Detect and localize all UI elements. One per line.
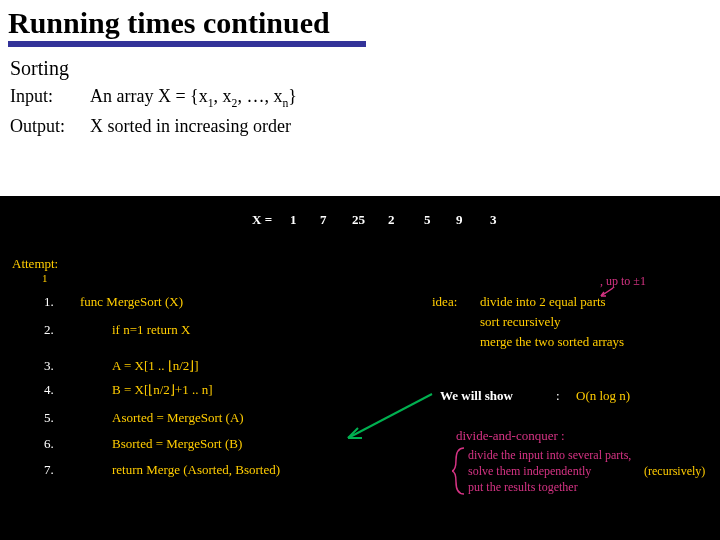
step-2: if n=1 return X	[112, 322, 190, 338]
colon: :	[556, 388, 560, 404]
step-7: return Merge (Asorted, Bsorted)	[112, 462, 280, 478]
we-will-show: We will show	[440, 388, 513, 404]
mid-1: , x	[214, 86, 232, 106]
slide-title: Running times continued	[0, 0, 720, 39]
typed-block: Sorting Input: An array X = {x1, x2, …, …	[0, 47, 720, 137]
blackboard: X = 1 7 25 2 5 9 3 Attempt: 1 1. 2. 3. 4…	[0, 196, 720, 540]
num-3: 3.	[44, 358, 54, 374]
arr-0: 1	[290, 212, 297, 228]
attempt-sub: 1	[42, 272, 48, 284]
idea-label: idea:	[432, 294, 457, 310]
mid-2: , …, x	[237, 86, 282, 106]
step-5: Asorted = MergeSort (A)	[112, 410, 244, 426]
output-row: Output: X sorted in increasing order	[10, 116, 720, 137]
num-7: 7.	[44, 462, 54, 478]
arr-1: 7	[320, 212, 327, 228]
idea-1: divide into 2 equal parts	[480, 294, 606, 310]
brace-icon	[452, 446, 470, 496]
arr-2: 25	[352, 212, 365, 228]
input-text: An array X = {x1, x2, …, xn}	[90, 86, 297, 110]
attempt-label: Attempt:	[12, 256, 58, 272]
dac-2: solve them independently	[468, 464, 591, 479]
num-2: 2.	[44, 322, 54, 338]
step-1: func MergeSort (X)	[80, 294, 183, 310]
arr-3: 2	[388, 212, 395, 228]
input-label: Input:	[10, 86, 90, 110]
num-6: 6.	[44, 436, 54, 452]
dac-1: divide the input into several parts,	[468, 448, 631, 463]
output-label: Output:	[10, 116, 90, 137]
num-1: 1.	[44, 294, 54, 310]
input-row: Input: An array X = {x1, x2, …, xn}	[10, 86, 720, 110]
num-4: 4.	[44, 382, 54, 398]
step-3: A = X[1 .. ⌊n/2⌋]	[112, 358, 199, 374]
x-equals: X =	[252, 212, 272, 228]
arr-5: 9	[456, 212, 463, 228]
arrow-green	[340, 388, 440, 448]
step-6: Bsorted = MergeSort (B)	[112, 436, 242, 452]
input-end: }	[288, 86, 297, 106]
arr-6: 3	[490, 212, 497, 228]
arr-4: 5	[424, 212, 431, 228]
big-o: O(n log n)	[576, 388, 630, 404]
section-heading: Sorting	[10, 57, 720, 80]
input-text-1: An array X = {x	[90, 86, 208, 106]
idea-3: merge the two sorted arrays	[480, 334, 624, 350]
dac-title: divide-and-conquer :	[456, 428, 565, 444]
step-4: B = X[⌊n/2⌋+1 .. n]	[112, 382, 213, 398]
output-text: X sorted in increasing order	[90, 116, 291, 137]
num-5: 5.	[44, 410, 54, 426]
dac-3: put the results together	[468, 480, 578, 495]
idea-2: sort recursively	[480, 314, 561, 330]
dac-2-tail: (recursively)	[644, 464, 705, 479]
